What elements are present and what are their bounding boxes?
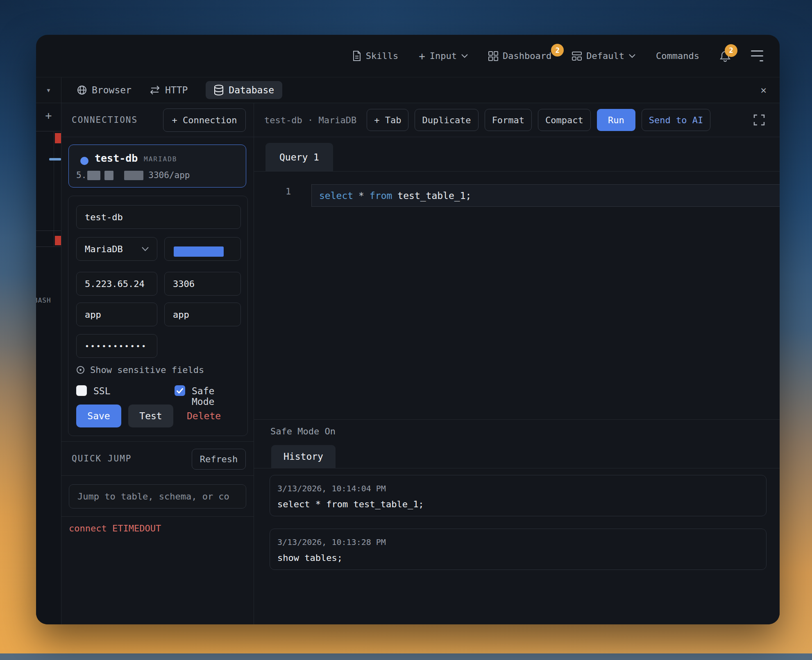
host-prefix: 5.: [76, 170, 86, 180]
duplicate-button[interactable]: Duplicate: [415, 109, 478, 131]
form-actions: Save Test Delete: [76, 405, 221, 427]
redacted-block: [87, 171, 100, 180]
user-field[interactable]: [76, 303, 157, 326]
refresh-button[interactable]: Refresh: [192, 449, 246, 470]
connections-header: CONNECTIONS + Connection: [61, 103, 254, 137]
tab-http-label: HTTP: [165, 85, 188, 95]
desktop-bottom-strip: [0, 653, 812, 660]
connection-card[interactable]: test-db MARIADB 5. 3306/app: [68, 145, 246, 188]
nav-input[interactable]: + Input: [419, 50, 468, 62]
safe-mode-checkbox[interactable]: [175, 385, 185, 396]
dashboard-badge: 2: [551, 44, 564, 57]
host-suffix: 3306/app: [148, 170, 190, 180]
tab-query-1[interactable]: Query 1: [265, 143, 333, 171]
history-item[interactable]: 3/13/2026, 10:13:28 PM show tables;: [270, 529, 767, 570]
port-field[interactable]: [164, 272, 241, 296]
connection-type-badge: MARIADB: [144, 155, 177, 163]
rail-pane-marker: [55, 236, 61, 245]
connection-name: test-db: [95, 152, 138, 164]
add-tab-button[interactable]: + Tab: [367, 109, 408, 131]
tab-database-label: Database: [229, 85, 274, 95]
delete-button[interactable]: Delete: [187, 411, 221, 421]
nav-default-label: Default: [586, 51, 624, 61]
fullscreen-icon[interactable]: [753, 114, 765, 126]
editor-toolbar: test-db · MariaDB + Tab Duplicate Format…: [254, 103, 780, 137]
history-timestamp: 3/13/2026, 10:14:04 PM: [277, 484, 386, 493]
nav-skills-label: Skills: [366, 51, 398, 61]
close-icon[interactable]: ✕: [761, 84, 767, 96]
compact-button[interactable]: Compact: [538, 109, 591, 131]
nav-default[interactable]: Default: [572, 51, 635, 61]
redacted-block: [104, 171, 113, 180]
rail-divider: [36, 131, 61, 131]
redacted-value-block: [174, 246, 224, 257]
send-to-ai-button[interactable]: Send to AI: [642, 109, 710, 131]
query-editor-panel: test-db · MariaDB + Tab Duplicate Format…: [254, 103, 780, 624]
rail-divider: [36, 231, 61, 231]
tab-http[interactable]: HTTP: [150, 85, 188, 95]
safe-mode-status: Safe Mode On: [270, 426, 336, 436]
chevron-down-icon: [142, 247, 149, 251]
notifications-badge: 2: [725, 44, 737, 57]
document-icon: [352, 51, 361, 61]
run-button[interactable]: Run: [597, 109, 635, 131]
menu-icon: [751, 50, 763, 52]
sql-editor[interactable]: 1 select * from test_table_1;: [254, 172, 780, 419]
quick-jump-input[interactable]: [69, 484, 246, 509]
tab-history[interactable]: History: [271, 445, 336, 468]
plus-icon: +: [419, 50, 425, 62]
format-button[interactable]: Format: [485, 109, 532, 131]
tab-database[interactable]: Database: [206, 81, 282, 99]
check-icon: [177, 388, 183, 393]
db-type-select[interactable]: MariaDB: [76, 237, 157, 261]
tool-tabs: Browser HTTP Database: [61, 81, 282, 99]
nav-input-label: Input: [430, 51, 457, 61]
nav-dashboard[interactable]: Dashboard 2: [488, 51, 551, 61]
globe-icon: [77, 85, 87, 95]
menu-button[interactable]: [751, 50, 763, 61]
history-tabs-row: History: [254, 443, 780, 468]
menu-icon: [751, 55, 763, 57]
show-sensitive-toggle[interactable]: Show sensitive fields: [76, 365, 204, 375]
layout-icon: [572, 52, 582, 61]
history-query: show tables;: [277, 553, 342, 563]
host-field[interactable]: [76, 272, 157, 296]
nav-dashboard-label: Dashboard: [503, 51, 551, 61]
history-item[interactable]: 3/13/2026, 10:14:04 PM select * from tes…: [270, 475, 767, 516]
nav-notifications[interactable]: 2: [720, 50, 730, 62]
nav-commands[interactable]: Commands: [656, 51, 699, 61]
history-query: select * from test_table_1;: [277, 499, 424, 509]
rail-bash-label: BASH: [36, 296, 51, 304]
ssl-label: SSL: [93, 386, 111, 396]
rail-add-pane-button[interactable]: +: [36, 109, 61, 122]
sql-keyword: select: [319, 190, 353, 201]
db-type-value: MariaDB: [85, 244, 123, 254]
checkbox-row: SSL Safe Mode: [76, 385, 241, 397]
query-tabs-row: Query 1: [254, 137, 780, 172]
connection-breadcrumb: test-db · MariaDB: [264, 115, 356, 125]
save-button[interactable]: Save: [76, 405, 121, 427]
connection-name-field[interactable]: [76, 205, 241, 229]
password-field[interactable]: [76, 334, 157, 358]
tab-browser[interactable]: Browser: [77, 85, 132, 95]
menu-icon: [760, 60, 763, 61]
desktop-background: Skills + Input Dashboard 2 Default: [0, 0, 812, 660]
add-connection-button[interactable]: + Connection: [163, 108, 246, 132]
safe-mode-label: Safe Mode: [192, 386, 241, 407]
quick-jump-header: QUICK JUMP Refresh: [61, 441, 254, 476]
quick-jump-title: QUICK JUMP: [72, 454, 132, 463]
code-line[interactable]: select * from test_table_1;: [311, 184, 780, 207]
ssl-checkbox[interactable]: [76, 385, 87, 396]
safe-mode-status-bar: Safe Mode On: [254, 419, 780, 443]
top-nav: Skills + Input Dashboard 2 Default: [352, 35, 763, 77]
nav-skills[interactable]: Skills: [352, 51, 398, 61]
connection-form: MariaDB Show sensitive fields: [68, 196, 248, 436]
test-button[interactable]: Test: [128, 405, 173, 427]
show-sensitive-label: Show sensitive fields: [90, 365, 204, 375]
rail-divider: [36, 246, 61, 247]
database-icon: [214, 85, 224, 95]
database-field[interactable]: [164, 303, 241, 326]
rail-collapse-cell[interactable]: ▼: [36, 77, 61, 103]
line-number: 1: [286, 186, 291, 197]
tool-tab-bar: ▼ Browser HTTP: [36, 77, 780, 103]
